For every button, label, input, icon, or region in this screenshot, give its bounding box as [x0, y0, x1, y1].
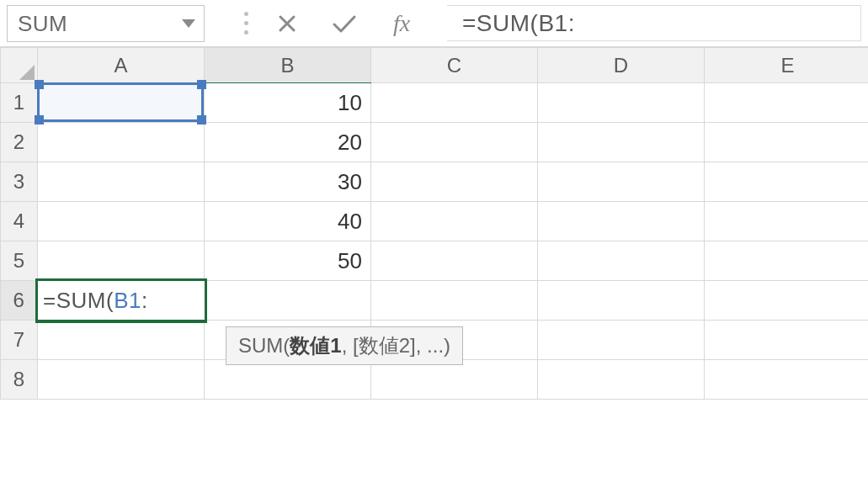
- row-header-5[interactable]: 5: [1, 241, 38, 281]
- col-header-C[interactable]: C: [371, 48, 538, 83]
- cell-B7[interactable]: [205, 321, 371, 360]
- cell-D7[interactable]: [538, 321, 705, 360]
- cell-A3[interactable]: [38, 162, 205, 202]
- cell-A7[interactable]: [38, 321, 205, 360]
- col-header-A[interactable]: A: [38, 48, 205, 83]
- cell-E7[interactable]: [705, 321, 869, 360]
- cell-C6[interactable]: [371, 281, 538, 321]
- cell-B2[interactable]: 20: [205, 123, 371, 162]
- cell-D1[interactable]: [538, 83, 705, 123]
- col-header-D[interactable]: D: [538, 48, 705, 83]
- name-box-value: SUM: [18, 11, 67, 37]
- row-header-6[interactable]: 6: [1, 281, 38, 321]
- cell-A6[interactable]: 合計: [38, 281, 205, 321]
- col-header-B[interactable]: B: [205, 48, 371, 83]
- cell-A2[interactable]: [38, 123, 205, 162]
- spreadsheet-grid: A B C D E 1 10 2 20: [0, 47, 868, 400]
- formula-bar: SUM fx =SUM(B1:: [0, 0, 868, 47]
- vertical-dots-icon: [233, 5, 258, 41]
- row-header-8[interactable]: 8: [1, 360, 38, 400]
- row-3: 3 30: [1, 162, 869, 202]
- cell-E4[interactable]: [705, 202, 869, 241]
- chevron-down-icon[interactable]: [182, 19, 195, 28]
- spacer: [205, 5, 233, 41]
- column-header-row: A B C D E: [1, 48, 869, 83]
- fx-icon: fx: [393, 10, 410, 37]
- cancel-button[interactable]: [258, 5, 316, 41]
- cell-C4[interactable]: [371, 202, 538, 241]
- row-1: 1 10: [1, 83, 869, 123]
- cell-D3[interactable]: [538, 162, 705, 202]
- cell-C8[interactable]: [371, 360, 538, 400]
- cell-E1[interactable]: [705, 83, 869, 123]
- cell-E2[interactable]: [705, 123, 869, 162]
- cell-C1[interactable]: [371, 83, 538, 123]
- cell-B1[interactable]: 10: [205, 83, 371, 123]
- col-header-E[interactable]: E: [705, 48, 869, 83]
- formula-text-prefix: =SUM(: [462, 10, 538, 37]
- cell-C2[interactable]: [371, 123, 538, 162]
- formula-input[interactable]: =SUM(B1:: [447, 5, 861, 41]
- row-5: 5 50: [1, 241, 869, 281]
- row-header-4[interactable]: 4: [1, 202, 38, 241]
- cell-E3[interactable]: [705, 162, 869, 202]
- cell-B5[interactable]: 50: [205, 241, 371, 281]
- cell-D4[interactable]: [538, 202, 705, 241]
- cell-E5[interactable]: [705, 241, 869, 281]
- name-box[interactable]: SUM: [7, 5, 205, 42]
- cell-D2[interactable]: [538, 123, 705, 162]
- cell-B8[interactable]: [205, 360, 371, 400]
- cell-C3[interactable]: [371, 162, 538, 202]
- select-all-corner[interactable]: [1, 48, 38, 83]
- row-header-3[interactable]: 3: [1, 162, 38, 202]
- cell-C5[interactable]: [371, 241, 538, 281]
- row-7: 7: [1, 321, 869, 360]
- row-4: 4 40: [1, 202, 869, 241]
- row-8: 8: [1, 360, 869, 400]
- cell-D5[interactable]: [538, 241, 705, 281]
- cells-table: A B C D E 1 10 2 20: [0, 47, 868, 400]
- cell-B3[interactable]: 30: [205, 162, 371, 202]
- formula-text-ref: B1: [538, 10, 567, 37]
- row-header-2[interactable]: 2: [1, 123, 38, 162]
- enter-button[interactable]: [316, 5, 373, 41]
- cell-A8[interactable]: [38, 360, 205, 400]
- row-6: 6 合計: [1, 281, 869, 321]
- cell-A1[interactable]: [38, 83, 205, 123]
- cell-A5[interactable]: [38, 241, 205, 281]
- cell-E6[interactable]: [705, 281, 869, 321]
- cell-D8[interactable]: [538, 360, 705, 400]
- cell-A4[interactable]: [38, 202, 205, 241]
- cell-C7[interactable]: [371, 321, 538, 360]
- cell-D6[interactable]: [538, 281, 705, 321]
- row-header-1[interactable]: 1: [1, 83, 38, 123]
- row-2: 2 20: [1, 123, 869, 162]
- insert-function-button[interactable]: fx: [373, 5, 430, 41]
- cell-B4[interactable]: 40: [205, 202, 371, 241]
- formula-text-suffix: :: [568, 10, 575, 37]
- cell-B6[interactable]: [205, 281, 371, 321]
- cell-E8[interactable]: [705, 360, 869, 400]
- row-header-7[interactable]: 7: [1, 321, 38, 360]
